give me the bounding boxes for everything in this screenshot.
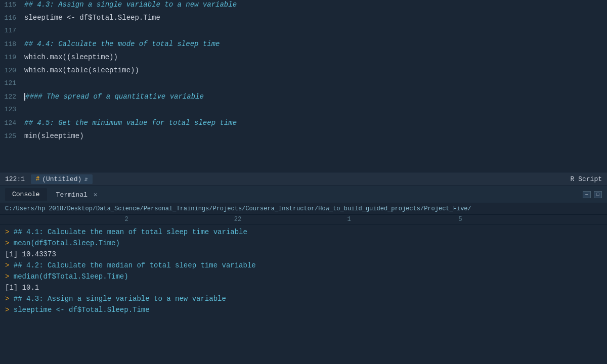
editor-line-124: 124## 4.5: Get the minimum value for tot… [0, 118, 607, 131]
line-content: which.max((sleeptime)) [24, 53, 607, 61]
console-line: [1] 10.43373 [5, 249, 602, 260]
line-number: 120 [0, 67, 24, 74]
working-directory-path: C:/Users/hp 2018/Desktop/Data_Science/Pe… [0, 203, 607, 215]
tab-terminal[interactable]: Terminal ✕ [49, 188, 105, 201]
maximize-button[interactable]: □ [594, 191, 602, 198]
console-line: > ## 4.2: Calculate the median of total … [5, 260, 602, 271]
tab-console[interactable]: Console [5, 188, 47, 201]
line-content: min(sleeptime) [24, 132, 607, 140]
line-number: 118 [0, 40, 24, 48]
editor-line-122: 122#### The spread of a quantitative var… [0, 92, 607, 105]
ruler-mark-5: 5 [405, 216, 516, 223]
console-section: Console Terminal ✕ — □ C:/Users/hp 2018/… [0, 186, 607, 364]
ruler-mark-2: 2 [71, 216, 182, 223]
prompt-symbol: > [5, 228, 14, 236]
console-command: mean(df$Total.Sleep.Time) [14, 239, 120, 247]
prompt-symbol: > [5, 295, 14, 303]
console-line: > ## 4.1: Calculate the mean of total sl… [5, 226, 602, 238]
editor-lines: 115## 4.3: Assign a single variable to a… [0, 0, 607, 145]
prompt-symbol: > [5, 261, 14, 269]
ruler-mark-22: 22 [182, 216, 293, 223]
line-content: ## 4.5: Get the minimum value for total … [24, 119, 607, 127]
prompt-symbol: > [5, 239, 14, 247]
editor-line-116: 116sleeptime <- df$Total.Sleep.Time [0, 13, 607, 26]
console-command: median(df$Total.Sleep.Time) [14, 272, 128, 281]
console-command: sleeptime <- df$Total.Sleep.Time [14, 306, 150, 314]
line-number: 123 [0, 106, 24, 113]
console-output: > ## 4.1: Calculate the mean of total sl… [0, 224, 607, 317]
window-controls: — □ [583, 191, 602, 198]
code-editor[interactable]: 115## 4.3: Assign a single variable to a… [0, 0, 607, 172]
line-content: #### The spread of a quantitative variab… [24, 93, 607, 101]
console-command: ## 4.1: Calculate the mean of total slee… [14, 228, 247, 236]
line-number: 116 [0, 14, 24, 22]
prompt-symbol: > [5, 272, 14, 281]
dropdown-icon[interactable]: ⇵ [84, 175, 88, 183]
console-command: ## 4.3: Assign a single variable to a ne… [14, 295, 226, 303]
ruler-spacer [5, 216, 71, 223]
line-number: 117 [0, 27, 24, 34]
line-number: 124 [0, 119, 24, 127]
editor-line-121: 121 [0, 79, 607, 92]
line-content: sleeptime <- df$Total.Sleep.Time [24, 14, 607, 22]
file-tab[interactable]: # (Untitled) ⇵ [31, 174, 93, 184]
editor-line-118: 118## 4.4: Calculate the mode of total s… [0, 39, 607, 53]
status-bar: 122:1 # (Untitled) ⇵ R Script [0, 172, 607, 186]
file-label: (Untitled) [42, 175, 81, 183]
prompt-symbol: > [5, 306, 14, 314]
console-command: ## 4.2: Calculate the median of total sl… [14, 261, 256, 269]
editor-line-119: 119which.max((sleeptime)) [0, 53, 607, 66]
console-ruler: 2 22 1 5 [0, 215, 607, 224]
console-line: > ## 4.3: Assign a single variable to a … [5, 293, 602, 304]
line-content: ## 4.3: Assign a single variable to a ne… [24, 1, 607, 9]
console-line: > median(df$Total.Sleep.Time) [5, 271, 602, 282]
line-number: 125 [0, 132, 24, 140]
line-number: 121 [0, 79, 24, 87]
editor-line-123: 123 [0, 105, 607, 118]
line-content: ## 4.4: Calculate the mode of total slee… [24, 40, 607, 48]
minimize-button[interactable]: — [583, 191, 591, 198]
cursor-position: 122:1 [5, 175, 25, 183]
line-number: 115 [0, 1, 24, 9]
text-cursor [24, 93, 25, 101]
tab-terminal-close[interactable]: ✕ [94, 191, 98, 199]
editor-line-117: 117 [0, 26, 607, 39]
editor-line-125: 125min(sleeptime) [0, 131, 607, 145]
editor-line-120: 120which.max(table(sleeptime)) [0, 66, 607, 79]
console-line: > mean(df$Total.Sleep.Time) [5, 238, 602, 249]
console-line: [1] 10.1 [5, 282, 602, 293]
console-line: > sleeptime <- df$Total.Sleep.Time [5, 304, 602, 315]
line-number: 119 [0, 54, 24, 61]
line-content: which.max(table(sleeptime)) [24, 66, 607, 74]
script-type-label: R Script [571, 175, 602, 183]
r-file-icon: # [36, 175, 39, 183]
line-number: 122 [0, 93, 24, 101]
editor-line-115: 115## 4.3: Assign a single variable to a… [0, 0, 607, 13]
ruler-mark-1: 1 [293, 216, 405, 223]
console-tabs: Console Terminal ✕ — □ [0, 186, 607, 203]
